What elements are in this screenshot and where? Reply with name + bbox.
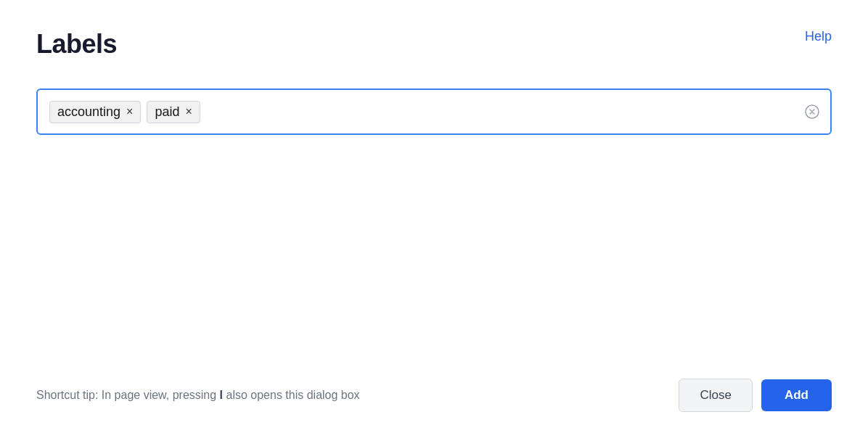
page-header: Labels Help bbox=[36, 29, 832, 59]
help-link[interactable]: Help bbox=[805, 29, 832, 44]
add-button[interactable]: Add bbox=[761, 379, 832, 411]
close-button[interactable]: Close bbox=[679, 379, 752, 412]
tag-accounting: accounting × bbox=[49, 101, 141, 123]
tags-area: accounting × paid × bbox=[49, 101, 819, 123]
clear-all-button[interactable] bbox=[804, 104, 820, 120]
tag-label-paid: paid bbox=[155, 104, 179, 120]
tag-remove-paid[interactable]: × bbox=[185, 106, 192, 118]
shortcut-tip-suffix: also opens this dialog box bbox=[223, 389, 360, 401]
tag-remove-accounting[interactable]: × bbox=[126, 106, 133, 118]
shortcut-tip-prefix: Shortcut tip: In page view, pressing bbox=[36, 389, 220, 401]
tag-label-accounting: accounting bbox=[57, 104, 120, 120]
page-title: Labels bbox=[36, 29, 117, 59]
footer-buttons: Close Add bbox=[679, 379, 832, 412]
tags-input-container[interactable]: accounting × paid × bbox=[36, 88, 832, 135]
footer: Shortcut tip: In page view, pressing l a… bbox=[36, 364, 832, 419]
page-container: Labels Help accounting × paid × Shortcut… bbox=[0, 0, 868, 441]
shortcut-tip: Shortcut tip: In page view, pressing l a… bbox=[36, 389, 360, 402]
clear-all-icon bbox=[805, 104, 819, 119]
content-area bbox=[36, 149, 832, 364]
tag-paid: paid × bbox=[147, 101, 200, 123]
